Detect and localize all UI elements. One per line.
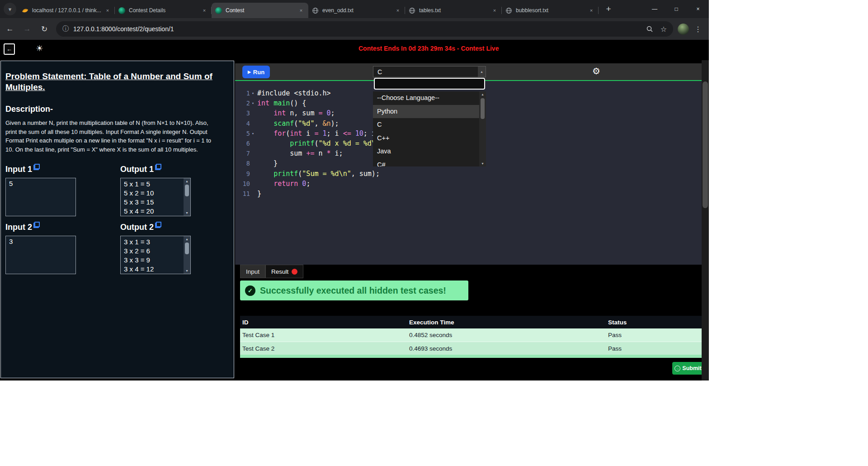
- contest-page: ← ☀ Contest Ends In 0d 23h 29m 34s - Con…: [0, 40, 709, 380]
- scroll-up-icon[interactable]: ▲: [479, 91, 486, 97]
- output-1-scrollbar[interactable]: ▲ ▼: [184, 178, 190, 216]
- code-text[interactable]: int main() {: [256, 98, 306, 108]
- code-text[interactable]: #include <stdio.h>: [256, 88, 331, 98]
- theme-toggle-icon[interactable]: ☀: [36, 43, 43, 53]
- tab-title: Contest: [226, 7, 295, 14]
- language-option-c[interactable]: C#: [373, 158, 479, 167]
- fold-marker-icon[interactable]: ▾: [250, 128, 256, 138]
- code-text[interactable]: sum += n * i;: [256, 148, 343, 158]
- input-1-label: Input 1: [5, 165, 76, 176]
- language-option-java[interactable]: Java: [373, 145, 479, 158]
- line-number: 10: [235, 179, 256, 189]
- language-option-c[interactable]: C++: [373, 132, 479, 145]
- tab-close-icon[interactable]: ×: [491, 7, 498, 14]
- browser-tab-localhost-127-0-0-1-think[interactable]: localhost / 127.0.0.1 / think...×: [18, 3, 115, 18]
- browser-toolbar: ← → ↻ ⓘ 127.0.0.1:8000/contest/2/questio…: [0, 18, 709, 40]
- profile-avatar[interactable]: [678, 24, 689, 35]
- language-option-python[interactable]: Python: [373, 105, 479, 119]
- maximize-button[interactable]: □: [665, 0, 687, 18]
- zoom-icon[interactable]: [646, 25, 653, 33]
- fold-marker-icon[interactable]: ▾: [250, 98, 256, 108]
- scrollbar-thumb[interactable]: [185, 243, 189, 254]
- input-1-box[interactable]: 5: [5, 178, 76, 216]
- bookmark-star-icon[interactable]: ☆: [660, 25, 667, 33]
- output-line: 5 x 2 = 10: [124, 189, 184, 198]
- table-cell: 0.4852 seconds: [409, 332, 608, 338]
- fold-marker-icon[interactable]: ▾: [250, 88, 256, 98]
- globe-favicon: [409, 7, 415, 14]
- select-caret-icon[interactable]: ▲: [478, 67, 486, 77]
- reload-button[interactable]: ↻: [37, 22, 52, 36]
- copy-icon[interactable]: [33, 164, 40, 170]
- settings-gear-icon[interactable]: ⚙: [592, 66, 600, 76]
- code-line: 9 printf("Sum = %d\n", sum);: [235, 169, 702, 179]
- page-scrollbar-thumb[interactable]: [703, 81, 708, 208]
- copy-icon[interactable]: [155, 164, 161, 170]
- browser-menu-icon[interactable]: ⋮: [694, 25, 702, 33]
- submit-button[interactable]: → Submit: [672, 362, 704, 375]
- language-select[interactable]: C ▲: [373, 66, 486, 77]
- scroll-down-icon[interactable]: ▼: [479, 161, 486, 166]
- tab-close-icon[interactable]: ×: [297, 7, 305, 14]
- line-number: 3: [235, 108, 256, 118]
- line-number: 1▾: [235, 88, 256, 98]
- scroll-down-icon[interactable]: ▼: [184, 268, 190, 274]
- code-text[interactable]: }: [256, 189, 261, 199]
- sample-row-2: Input 2 3 Output 2 3 x 1 = 33 x 2 = 63 x…: [5, 223, 227, 274]
- scroll-up-icon[interactable]: ▲: [184, 178, 190, 184]
- code-line: 11}: [235, 189, 702, 199]
- language-option-choose-language[interactable]: --Choose Language--: [373, 91, 479, 105]
- tab-close-icon[interactable]: ×: [104, 7, 111, 14]
- output-2-box[interactable]: 3 x 1 = 33 x 2 = 63 x 3 = 93 x 4 = 12 ▲ …: [120, 236, 191, 274]
- tab-close-icon[interactable]: ×: [201, 7, 208, 14]
- problem-description: Given a number N, print the multiplicati…: [5, 119, 221, 154]
- run-button[interactable]: ▶ Run: [242, 66, 270, 78]
- code-text[interactable]: int n, sum = 0;: [256, 108, 335, 118]
- tab-close-icon[interactable]: ×: [588, 7, 595, 14]
- input-2-label: Input 2: [5, 223, 76, 233]
- new-tab-button[interactable]: +: [602, 3, 615, 15]
- tab-close-icon[interactable]: ×: [394, 7, 401, 14]
- arrow-icon: →: [676, 367, 679, 370]
- scroll-up-icon[interactable]: ▲: [184, 236, 190, 242]
- scrollbar-thumb[interactable]: [481, 98, 485, 119]
- browser-tab-contest-details[interactable]: Contest Details×: [115, 3, 212, 18]
- browser-tab-contest[interactable]: Contest×: [212, 3, 308, 18]
- tab-search-button[interactable]: ▾: [4, 3, 16, 15]
- tab-result[interactable]: Result: [265, 265, 303, 278]
- output-2-scrollbar[interactable]: ▲ ▼: [184, 236, 190, 274]
- nav-forward-button[interactable]: →: [20, 22, 34, 36]
- input-2-box[interactable]: 3: [5, 236, 76, 274]
- tab-input[interactable]: Input: [240, 265, 265, 278]
- output-line: 3 x 2 = 6: [124, 247, 184, 256]
- language-search-input[interactable]: [374, 78, 485, 90]
- url-bar[interactable]: ⓘ 127.0.0.1:8000/contest/2/question/1 ☆: [56, 21, 673, 37]
- window-controls: — □ ×: [644, 0, 709, 18]
- minimize-button[interactable]: —: [644, 0, 665, 18]
- dropdown-scrollbar[interactable]: ▲ ▼: [479, 91, 486, 166]
- browser-tab-even-odd-txt[interactable]: even_odd.txt×: [308, 3, 405, 18]
- output-1-box[interactable]: 5 x 1 = 55 x 2 = 105 x 3 = 155 x 4 = 20 …: [120, 178, 191, 216]
- scrollbar-thumb[interactable]: [185, 185, 189, 196]
- page-scrollbar[interactable]: [702, 60, 709, 380]
- browser-window: ▾ localhost / 127.0.0.1 / think...×Conte…: [0, 0, 709, 380]
- table-cell: Test Case 1: [240, 332, 409, 338]
- browser-tab-tables-txt[interactable]: tables.txt×: [405, 3, 502, 18]
- nav-back-button[interactable]: ←: [3, 22, 17, 36]
- scroll-down-icon[interactable]: ▼: [184, 210, 190, 216]
- input-1-section: Input 1 5: [5, 165, 76, 216]
- code-text[interactable]: return 0;: [256, 179, 310, 189]
- code-line: 10 return 0;: [235, 179, 702, 189]
- back-button[interactable]: ←: [4, 43, 15, 55]
- site-info-icon[interactable]: ⓘ: [62, 25, 69, 33]
- language-option-c[interactable]: C: [373, 118, 479, 132]
- code-text[interactable]: printf("Sum = %d\n", sum);: [256, 169, 380, 179]
- code-text[interactable]: }: [256, 158, 278, 168]
- tab-title: tables.txt: [419, 7, 488, 14]
- copy-icon[interactable]: [33, 222, 40, 228]
- code-text[interactable]: scanf("%d", &n);: [256, 119, 339, 128]
- browser-tab-bubblesort-txt[interactable]: bubblesort.txt×: [502, 3, 599, 18]
- copy-icon[interactable]: [155, 222, 161, 228]
- close-button[interactable]: ×: [687, 0, 709, 18]
- globe-favicon: [505, 7, 512, 14]
